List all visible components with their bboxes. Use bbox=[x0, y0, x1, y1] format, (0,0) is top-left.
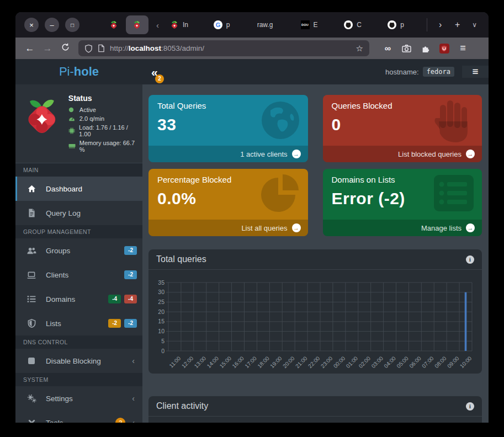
clients-badge: -2 bbox=[124, 270, 137, 279]
status-title: Status bbox=[68, 94, 138, 103]
sidebar-item-lists[interactable]: Lists -2 -2 bbox=[15, 311, 142, 335]
list-all-tabs-icon[interactable]: ∨ bbox=[466, 21, 483, 29]
tab-bar-controls: › + ∨ bbox=[427, 18, 489, 31]
dou-favicon: DOU bbox=[301, 20, 310, 29]
card-footer-label: Manage lists bbox=[421, 224, 461, 232]
svg-text:20: 20 bbox=[158, 308, 165, 315]
browser-tab[interactable]: In bbox=[166, 20, 209, 29]
svg-text:19:00: 19:00 bbox=[269, 355, 283, 369]
browser-tab[interactable]: p bbox=[383, 20, 427, 29]
page-info-icon[interactable] bbox=[98, 44, 105, 52]
window-maximize-button[interactable]: □ bbox=[65, 18, 79, 32]
sidebar-item-dashboard[interactable]: Dashboard bbox=[15, 177, 142, 201]
sidebar-section-dns-control: DNS CONTROL bbox=[15, 335, 142, 349]
card-body: Queries Blocked 0 bbox=[323, 95, 482, 146]
hostname-value: fedora bbox=[423, 67, 454, 77]
extensions-puzzle-icon[interactable] bbox=[417, 44, 434, 53]
info-icon[interactable]: i bbox=[466, 402, 474, 411]
sidebar-item-label: Settings bbox=[46, 395, 73, 403]
info-icon[interactable]: i bbox=[466, 255, 474, 264]
pihole-menu-toggle[interactable]: ≡ bbox=[462, 66, 489, 78]
sidebar-item-query-log[interactable]: Query Log bbox=[15, 201, 142, 225]
circle-icon bbox=[68, 106, 76, 113]
pie-chart-icon bbox=[259, 173, 301, 215]
status-label: 2.0 q/min bbox=[79, 115, 104, 122]
manage-lists-link[interactable]: Manage lists → bbox=[323, 220, 482, 236]
svg-text:18:00: 18:00 bbox=[256, 355, 270, 369]
memory-icon bbox=[68, 143, 76, 150]
sidebar-item-groups[interactable]: Groups -2 bbox=[15, 238, 142, 263]
queries-blocked-card: Queries Blocked 0 bbox=[323, 95, 482, 162]
tracking-shield-icon[interactable] bbox=[84, 44, 93, 53]
list-all-queries-link[interactable]: List all queries → bbox=[148, 220, 308, 236]
sidebar-item-label: Disable Blocking bbox=[46, 357, 101, 365]
pihole-logo[interactable]: Pi-hole bbox=[15, 59, 142, 84]
sidebar-collapse-icon[interactable]: « 2 bbox=[151, 66, 158, 78]
browser-menu-icon[interactable]: ≡ bbox=[454, 42, 471, 54]
svg-text:09:00: 09:00 bbox=[446, 355, 460, 369]
window-controls: × – □ bbox=[15, 18, 86, 32]
window-close-button[interactable]: × bbox=[24, 18, 39, 32]
list-blocked-queries-link[interactable]: List blocked queries → bbox=[323, 146, 482, 162]
svg-text:05:00: 05:00 bbox=[395, 355, 410, 369]
browser-tab[interactable]: C bbox=[339, 20, 383, 29]
sidebar-item-label: Query Log bbox=[46, 209, 81, 217]
reload-icon[interactable] bbox=[56, 43, 74, 54]
card-footer-label: 1 active clients bbox=[240, 150, 287, 158]
bookmark-star-icon[interactable]: ☆ bbox=[356, 44, 363, 54]
status-row: Active bbox=[68, 106, 138, 113]
url-text[interactable]: http://localhost:8053/admin/ bbox=[110, 44, 204, 52]
window-minimize-button[interactable]: – bbox=[45, 18, 59, 32]
browser-tab[interactable]: DOU E bbox=[296, 20, 340, 29]
domains-on-lists-card: Domains on Lists Error (-2) bbox=[323, 169, 482, 236]
browser-tab-active[interactable] bbox=[126, 15, 148, 34]
tab-scroll-left-icon[interactable]: ‹ bbox=[156, 20, 159, 30]
tools-badge: 2 bbox=[115, 418, 125, 423]
arrow-circle-right-icon: → bbox=[466, 150, 475, 158]
ublock-origin-icon[interactable] bbox=[436, 44, 453, 54]
svg-text:35: 35 bbox=[158, 279, 165, 286]
panel-header: Total queries i bbox=[148, 249, 482, 270]
svg-text:17:00: 17:00 bbox=[243, 355, 258, 369]
back-icon[interactable]: ← bbox=[21, 43, 39, 54]
summary-cards: Total Queries 33 1 active clients bbox=[148, 95, 482, 236]
card-body: Percentage Blocked 0.0% bbox=[148, 169, 308, 220]
panel-title: Client activity bbox=[156, 401, 208, 411]
sidebar-item-disable-blocking[interactable]: Disable Blocking ‹ bbox=[15, 349, 142, 373]
svg-text:03:00: 03:00 bbox=[370, 355, 385, 369]
sidebar-section-main: MAIN bbox=[15, 163, 142, 177]
tab-title: p bbox=[226, 21, 230, 29]
pihole-page: Pi-hole « 2 hostname: fedora ≡ bbox=[15, 59, 489, 423]
total-queries-chart: 0510152025303511:0012:0013:0014:0015:001… bbox=[153, 274, 479, 369]
sidebar-item-clients[interactable]: Clients -2 bbox=[15, 263, 142, 287]
svg-text:02:00: 02:00 bbox=[358, 355, 372, 369]
active-clients-link[interactable]: 1 active clients → bbox=[148, 146, 308, 162]
new-tab-button[interactable]: + bbox=[449, 20, 466, 30]
infinity-extension-icon[interactable]: ∞ bbox=[379, 44, 396, 54]
forward-icon[interactable]: → bbox=[39, 43, 56, 54]
browser-tab-pinned[interactable] bbox=[106, 20, 121, 29]
browser-tab[interactable]: G p bbox=[209, 20, 253, 29]
chip-icon bbox=[68, 127, 75, 134]
tab-title: C bbox=[357, 21, 362, 29]
sidebar-item-settings[interactable]: Settings ‹ bbox=[15, 386, 142, 411]
panel-header: Client activity i bbox=[148, 396, 482, 417]
pihole-header: Pi-hole « 2 hostname: fedora ≡ bbox=[15, 59, 489, 84]
browser-tab[interactable]: raw.g bbox=[253, 21, 296, 29]
sidebar-item-tools[interactable]: Tools 2 ‹ bbox=[15, 411, 142, 423]
chevron-left-icon: ‹ bbox=[132, 356, 135, 365]
sidebar-item-label: Clients bbox=[46, 271, 68, 279]
percentage-blocked-card: Percentage Blocked 0.0% List all queries… bbox=[148, 169, 308, 236]
url-bar[interactable]: http://localhost:8053/admin/ ☆ bbox=[78, 40, 369, 56]
pihole-body: Status Active 2.0 q/min bbox=[15, 84, 489, 423]
github-favicon bbox=[344, 20, 353, 29]
sidebar: Status Active 2.0 q/min bbox=[15, 84, 142, 423]
tab-scroll-right-icon[interactable]: › bbox=[432, 20, 449, 30]
screenshot-camera-icon[interactable] bbox=[398, 44, 415, 52]
sidebar-item-domains[interactable]: Domains -4 -4 bbox=[15, 287, 142, 311]
total-queries-panel: Total queries i 0510152025303511:0012:00… bbox=[148, 249, 482, 374]
url-path: :8053/admin/ bbox=[161, 44, 204, 52]
arrow-circle-right-icon: → bbox=[466, 223, 475, 232]
sidebar-item-label: Domains bbox=[46, 295, 75, 303]
chevron-left-icon: ‹ bbox=[132, 418, 135, 423]
